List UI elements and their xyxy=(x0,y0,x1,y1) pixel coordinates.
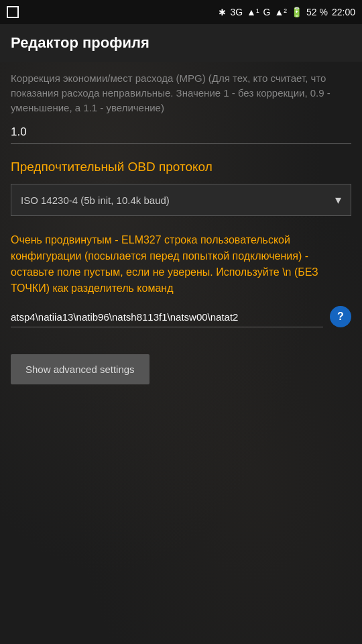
page-title: Редактор профиля xyxy=(11,34,149,52)
status-right: ✱ 3G ▲¹ G ▲² 🔋 52 % 22:00 xyxy=(219,7,355,17)
bluetooth-icon: ✱ xyxy=(219,7,226,17)
show-advanced-settings-button[interactable]: Show advanced settings xyxy=(11,354,149,384)
network-3g-label: 3G xyxy=(230,7,243,17)
obd-protocol-dropdown[interactable]: ISO 14230-4 (5b init, 10.4k baud) ▾ xyxy=(11,184,351,216)
chevron-down-icon: ▾ xyxy=(335,193,341,207)
status-bar: ✱ 3G ▲¹ G ▲² 🔋 52 % 22:00 xyxy=(0,0,362,24)
help-icon-label: ? xyxy=(337,311,344,323)
signal2-label: ▲² xyxy=(275,7,288,17)
help-icon[interactable]: ? xyxy=(330,306,351,327)
battery-label: 52 % xyxy=(306,7,328,17)
obd-selected-value: ISO 14230-4 (5b init, 10.4k baud) xyxy=(21,195,170,206)
clock-label: 22:00 xyxy=(332,7,355,17)
screen-icon xyxy=(7,6,19,18)
signal1-label: ▲¹ xyxy=(247,7,259,17)
elm-input-row: ? xyxy=(11,306,351,327)
obd-section-label: Предпочтительный OBD протокол xyxy=(11,160,351,174)
app-header: Редактор профиля xyxy=(0,24,362,62)
status-left xyxy=(7,6,19,18)
elm-config-input[interactable] xyxy=(11,307,323,327)
mpg-description: Коррекция экономии/мест расхода (MPG) (Д… xyxy=(11,71,351,115)
network-g-label: G xyxy=(263,7,271,17)
elm-description: Очень продвинутым - ELM327 строка пользо… xyxy=(11,232,351,297)
main-content: Коррекция экономии/мест расхода (MPG) (Д… xyxy=(0,62,362,644)
mpg-input[interactable] xyxy=(11,121,351,144)
battery-icon: 🔋 xyxy=(291,7,302,17)
